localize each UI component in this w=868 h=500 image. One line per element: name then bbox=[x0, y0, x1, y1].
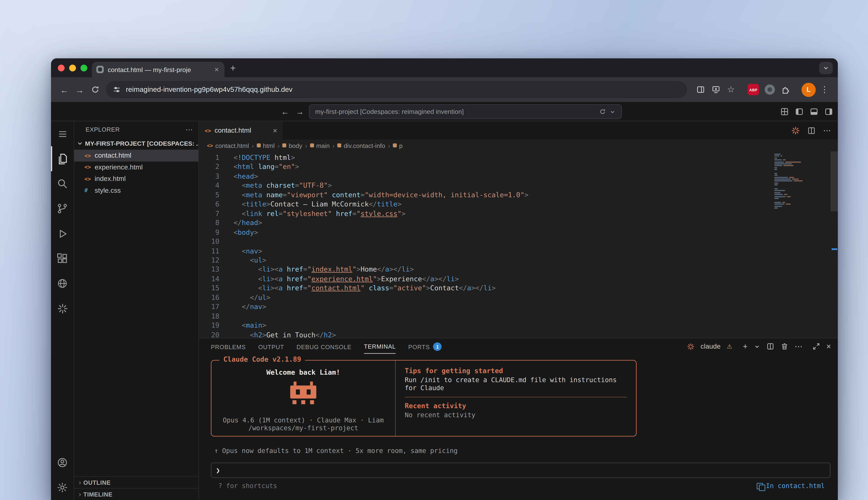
minimize-window-button[interactable] bbox=[69, 65, 76, 71]
settings-button[interactable] bbox=[51, 475, 74, 500]
code-line[interactable]: 17 </nav> bbox=[199, 302, 838, 311]
editor-forward-button[interactable]: → bbox=[296, 107, 304, 116]
editor-scrollbar[interactable] bbox=[831, 151, 838, 212]
menu-button[interactable] bbox=[51, 121, 74, 146]
claude-prompt-input[interactable]: ❯ bbox=[211, 463, 831, 478]
maximize-panel-icon[interactable] bbox=[812, 342, 820, 350]
split-editor-icon[interactable] bbox=[807, 126, 816, 135]
file-item-contact.html[interactable]: <>contact.html bbox=[74, 150, 198, 161]
timeline-section[interactable]: › TIMELINE bbox=[74, 488, 198, 500]
breadcrumb-item-body[interactable]: body bbox=[283, 142, 302, 149]
panel-tab-output[interactable]: OUTPUT bbox=[258, 339, 284, 353]
side-panel-button[interactable] bbox=[693, 82, 708, 97]
code-line[interactable]: 6 <title>Contact — Liam McCormick</title… bbox=[199, 200, 838, 209]
code-line[interactable]: 16 </ul> bbox=[199, 293, 838, 303]
panel-tab-problems[interactable]: PROBLEMS bbox=[211, 339, 246, 353]
breadcrumb-item-div.contact-info[interactable]: div.contact-info bbox=[338, 142, 385, 149]
browser-menu-button[interactable]: ⋮ bbox=[817, 82, 832, 97]
trash-icon[interactable] bbox=[780, 342, 788, 350]
customize-layout-icon[interactable] bbox=[780, 107, 789, 116]
address-bar[interactable]: reimagined-invention-pg9p6wp4v57h6qqq.gi… bbox=[106, 81, 687, 98]
code-line[interactable]: 8</head> bbox=[199, 218, 838, 228]
file-item-experience.html[interactable]: <>experience.html bbox=[74, 161, 198, 173]
tab-search-button[interactable] bbox=[819, 62, 833, 74]
code-line[interactable]: 18 bbox=[199, 311, 838, 321]
extensions-button[interactable] bbox=[778, 82, 793, 97]
code-line[interactable]: 13 <li><a href="index.html">Home</a></li… bbox=[199, 265, 838, 274]
split-terminal-icon[interactable] bbox=[766, 342, 774, 350]
close-panel-icon[interactable]: × bbox=[826, 342, 831, 351]
chevron-right-icon: › bbox=[79, 491, 81, 497]
code-line[interactable]: 2<html lang="en"> bbox=[199, 162, 838, 172]
code-line[interactable]: 10 bbox=[199, 237, 838, 246]
editor-tab-contact[interactable]: <> contact.html × bbox=[199, 121, 282, 139]
file-item-index.html[interactable]: <>index.html bbox=[74, 173, 198, 184]
terminal-process-label[interactable]: claude bbox=[700, 342, 721, 350]
code-line[interactable]: 3<head> bbox=[199, 172, 838, 181]
panel-tab-terminal[interactable]: TERMINAL bbox=[364, 339, 396, 354]
editor-back-button[interactable]: ← bbox=[281, 107, 289, 116]
claude-run-icon[interactable] bbox=[791, 126, 800, 135]
profile-avatar[interactable]: L bbox=[801, 82, 816, 97]
code-line[interactable]: 19 <main> bbox=[199, 321, 838, 330]
code-line[interactable]: 9<body> bbox=[199, 228, 838, 237]
code-line[interactable]: 20 <h2>Get in Touch</h2> bbox=[199, 330, 838, 338]
browser-tab[interactable]: contact.html — my-first-proje × bbox=[92, 62, 225, 77]
new-tab-button[interactable]: + bbox=[230, 62, 236, 75]
extensions-activity-button[interactable] bbox=[51, 246, 74, 271]
code-line[interactable]: 11 <nav> bbox=[199, 246, 838, 256]
line-number: 1 bbox=[199, 153, 219, 162]
chevron-down-icon[interactable] bbox=[609, 109, 616, 115]
source-control-activity-button[interactable] bbox=[51, 196, 74, 221]
bookmark-button[interactable]: ☆ bbox=[723, 82, 739, 97]
explorer-activity-button[interactable] bbox=[51, 146, 74, 171]
terminal-view[interactable]: Claude Code v2.1.89 Welcome back Liam! bbox=[199, 354, 838, 500]
outline-section[interactable]: › OUTLINE bbox=[74, 476, 198, 488]
breadcrumb-item-main[interactable]: main bbox=[310, 142, 330, 149]
chevron-down-icon[interactable] bbox=[754, 343, 760, 350]
breadcrumb-item-contact.html[interactable]: <>contact.html bbox=[207, 142, 249, 149]
back-button[interactable]: ← bbox=[57, 82, 72, 97]
accounts-button[interactable] bbox=[51, 450, 74, 475]
run-debug-activity-button[interactable] bbox=[51, 221, 74, 246]
code-line[interactable]: 4 <meta charset="UTF-8"> bbox=[199, 181, 838, 191]
explorer-actions-icon[interactable]: ⋯ bbox=[185, 125, 193, 134]
panel-tab-ports[interactable]: PORTS1 bbox=[408, 338, 442, 354]
workspace-section-header[interactable]: MY-FIRST-PROJECT [CODESPACES: ... bbox=[74, 137, 198, 150]
editor-actions-icon[interactable]: ⋯ bbox=[823, 126, 831, 135]
search-activity-button[interactable] bbox=[51, 171, 74, 196]
toggle-secondary-sidebar-icon[interactable] bbox=[824, 107, 833, 116]
code-line[interactable]: 12 <ul> bbox=[199, 256, 838, 265]
toggle-panel-icon[interactable] bbox=[810, 107, 819, 116]
panel-more-actions-icon[interactable]: ⋯ bbox=[795, 342, 802, 351]
code-line[interactable]: 5 <meta name="viewport" content="width=d… bbox=[199, 191, 838, 200]
close-window-button[interactable] bbox=[58, 65, 65, 71]
code-line[interactable]: 7 <link rel="stylesheet" href="style.css… bbox=[199, 209, 838, 218]
tab-close-icon[interactable]: × bbox=[213, 66, 220, 73]
minimap[interactable] bbox=[774, 154, 829, 209]
adblock-extension-icon[interactable]: ABP bbox=[748, 84, 759, 95]
new-terminal-button[interactable]: + bbox=[743, 342, 748, 351]
code-line[interactable]: 1<!DOCTYPE html> bbox=[199, 153, 838, 162]
code-line[interactable]: 15 <li><a href="contact.html" class="act… bbox=[199, 284, 838, 293]
tab-title: contact.html — my-first-proje bbox=[107, 66, 209, 73]
panel-tab-debug-console[interactable]: DEBUG CONSOLE bbox=[297, 339, 351, 353]
code-text: <nav> bbox=[219, 246, 262, 256]
breadcrumb-item-p[interactable]: p bbox=[393, 142, 402, 149]
claude-activity-button[interactable] bbox=[51, 296, 74, 321]
ide-context-icon bbox=[757, 482, 763, 489]
command-center[interactable]: my-first-project [Codespaces: reimagined… bbox=[309, 104, 622, 119]
activity-bar bbox=[51, 121, 74, 500]
reload-button[interactable] bbox=[87, 82, 103, 97]
install-app-button[interactable] bbox=[708, 82, 723, 97]
remote-explorer-activity-button[interactable] bbox=[51, 271, 74, 296]
toggle-sidebar-icon[interactable] bbox=[795, 107, 804, 116]
file-item-style.css[interactable]: #style.css bbox=[74, 184, 198, 196]
breadcrumb-item-html[interactable]: html bbox=[257, 142, 275, 149]
extension-icon[interactable] bbox=[765, 84, 775, 95]
tab-close-icon[interactable]: × bbox=[273, 126, 277, 135]
maximize-window-button[interactable] bbox=[81, 65, 87, 71]
code-editor[interactable]: 1<!DOCTYPE html>2<html lang="en">3<head>… bbox=[199, 151, 838, 338]
code-line[interactable]: 14 <li><a href="experience.html">Experie… bbox=[199, 274, 838, 284]
forward-button[interactable]: → bbox=[72, 82, 87, 97]
